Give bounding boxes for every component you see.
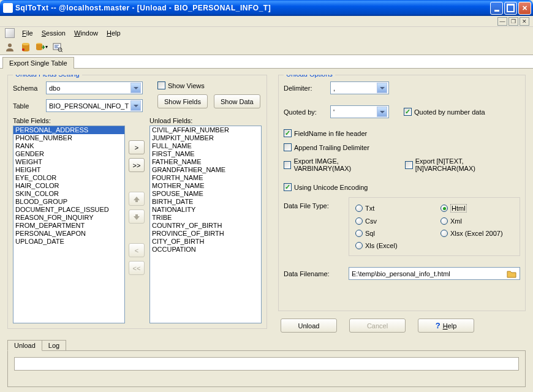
- export-image-checkbox[interactable]: Export IMAGE, VARBINARY(MAX): [284, 157, 393, 172]
- filetype-label: Data File Type:: [284, 197, 345, 209]
- window-title: SqlToTxt -- @localhost.master - [Unload …: [15, 4, 490, 12]
- filetype-csv-radio[interactable]: Csv: [355, 217, 428, 225]
- table-field-item[interactable]: BLOOD_GROUP: [13, 198, 124, 206]
- menu-help[interactable]: Help: [103, 28, 124, 38]
- filetype-sql-radio[interactable]: Sql: [355, 230, 428, 237]
- mdi-restore-button[interactable]: ❐: [508, 17, 518, 26]
- help-button[interactable]: ?Help: [418, 318, 474, 333]
- unload-field-item[interactable]: BIRTH_DATE: [150, 198, 261, 206]
- fieldname-header-checkbox[interactable]: FieldName in file header: [284, 129, 520, 137]
- export-ntext-checkbox[interactable]: Export [N]TEXT, [N]VARCHAR(MAX): [405, 157, 520, 172]
- menu-window[interactable]: Window: [70, 28, 102, 38]
- table-combo[interactable]: BIO_PERSONAL_INFO_T: [46, 99, 143, 112]
- move-down-button[interactable]: [129, 209, 145, 224]
- filetype-html-radio[interactable]: Html: [440, 204, 513, 213]
- show-fields-button[interactable]: Show Fields: [157, 94, 208, 108]
- filetype-xml-radio[interactable]: Xml: [440, 217, 513, 225]
- bottom-panel: [7, 350, 526, 387]
- table-field-item[interactable]: HAIR_COLOR: [13, 182, 124, 190]
- table-field-item[interactable]: PERSONAL_WEAPON: [13, 230, 124, 238]
- query-icon[interactable]: [51, 41, 64, 53]
- unload-field-item[interactable]: OCCUPATION: [150, 246, 261, 254]
- unload-field-item[interactable]: FATHER_NAME: [150, 158, 261, 166]
- filetype-xls-radio[interactable]: Xls (Excel): [355, 242, 428, 249]
- unload-fields-listbox[interactable]: CIVIL_AFFAIR_NUMBERJUMPKIT_NUMBERFULL_NA…: [149, 126, 262, 323]
- table-field-item[interactable]: SKIN_COLOR: [13, 190, 124, 198]
- table-field-item[interactable]: RANK: [13, 142, 124, 150]
- menu-session[interactable]: Session: [38, 28, 69, 38]
- table-fields-label: Table Fields:: [13, 117, 125, 124]
- filename-label: Data Filename:: [284, 270, 345, 277]
- table-field-item[interactable]: UPLOAD_DATE: [13, 238, 124, 246]
- unload-field-item[interactable]: FIRST_NAME: [150, 150, 261, 158]
- move-up-button[interactable]: [129, 192, 145, 206]
- tab-log[interactable]: Log: [42, 340, 66, 351]
- filetype-xlsx-radio[interactable]: Xlsx (Excel 2007): [440, 230, 513, 237]
- maximize-button[interactable]: [504, 2, 517, 15]
- export-icon[interactable]: ▾: [36, 41, 48, 53]
- tab-export-single[interactable]: Export Single Table: [2, 57, 74, 69]
- svg-point-3: [22, 48, 25, 51]
- unload-field-item[interactable]: JUMPKIT_NUMBER: [150, 134, 261, 142]
- app-icon: [3, 3, 13, 13]
- unicode-checkbox[interactable]: Using Unicode Encoding: [284, 183, 520, 191]
- tab-unload[interactable]: Unload: [7, 340, 42, 351]
- show-data-button[interactable]: Show Data: [214, 94, 260, 108]
- filetype-txt-radio[interactable]: Txt: [355, 204, 428, 213]
- show-views-checkbox[interactable]: Show Views: [157, 81, 205, 89]
- append-trailing-checkbox[interactable]: Append Trailing Delimiter: [284, 143, 520, 151]
- unload-field-item[interactable]: CITY_OF_BIRTH: [150, 238, 261, 246]
- delimiter-label: Delimiter:: [284, 85, 327, 92]
- menu-file[interactable]: File: [18, 28, 37, 38]
- move-right-button[interactable]: >: [129, 140, 145, 154]
- filename-input[interactable]: E:\temp\bio_personal_info_t.html: [349, 267, 520, 280]
- close-button[interactable]: [518, 2, 531, 15]
- unload-field-item[interactable]: MOTHER_NAME: [150, 182, 261, 190]
- table-field-item[interactable]: EYE_COLOR: [13, 174, 124, 182]
- unload-field-item[interactable]: NATIONALITY: [150, 206, 261, 214]
- move-left-all-button[interactable]: <<: [129, 261, 145, 275]
- browse-button[interactable]: [506, 269, 517, 279]
- unload-field-item[interactable]: COUNTRY_OF_BIRTH: [150, 222, 261, 230]
- fields-setting-title: Unload Fields Setting: [13, 75, 82, 78]
- unload-field-item[interactable]: CIVIL_AFFAIR_NUMBER: [150, 126, 261, 134]
- menubar: File Session Window Help: [0, 27, 533, 39]
- database-icon[interactable]: [20, 41, 32, 53]
- help-icon: ?: [436, 321, 440, 330]
- minimize-button[interactable]: [490, 2, 503, 15]
- mdi-close-button[interactable]: ✕: [520, 17, 529, 26]
- cancel-button[interactable]: Cancel: [349, 318, 406, 333]
- unload-field-item[interactable]: PROVINCE_OF_BIRTH: [150, 230, 261, 238]
- move-right-all-button[interactable]: >>: [129, 158, 145, 172]
- chevron-down-icon: [130, 83, 141, 93]
- svg-point-0: [8, 43, 12, 47]
- table-field-item[interactable]: REASON_FOR_INQUIRY: [13, 214, 124, 222]
- delimiter-combo[interactable]: ,: [330, 81, 389, 94]
- table-field-item[interactable]: WEIGHT: [13, 158, 124, 166]
- unload-field-item[interactable]: FULL_NAME: [150, 142, 261, 150]
- table-field-item[interactable]: PERSONAL_ADDRESS: [13, 126, 124, 134]
- quoted-by-label: Quoted by:: [284, 108, 327, 116]
- quoted-number-checkbox[interactable]: Quoted by number data: [404, 108, 485, 116]
- svg-point-2: [22, 43, 29, 45]
- unload-button[interactable]: Unload: [281, 318, 337, 333]
- move-left-button[interactable]: <: [129, 243, 145, 257]
- table-field-item[interactable]: DOCUMENT_PLACE_ISSUED: [13, 206, 124, 214]
- table-field-item[interactable]: GENDER: [13, 150, 124, 158]
- unload-fields-label: Unload Fields:: [149, 117, 262, 124]
- unload-field-item[interactable]: GRANDFATHER_NAME: [150, 166, 261, 174]
- table-field-item[interactable]: PHONE_NUMBER: [13, 134, 124, 142]
- quoted-by-combo[interactable]: ': [330, 105, 389, 118]
- mdi-minimize-button[interactable]: —: [497, 17, 507, 26]
- unload-field-item[interactable]: SPOUSE_NAME: [150, 190, 261, 198]
- schema-combo[interactable]: dbo: [46, 81, 143, 94]
- table-field-item[interactable]: FROM_DEPARTMENT: [13, 222, 124, 230]
- login-icon[interactable]: [4, 41, 16, 53]
- unload-field-item[interactable]: TRIBE: [150, 214, 261, 222]
- table-field-item[interactable]: HEIGHT: [13, 166, 124, 174]
- table-fields-listbox[interactable]: PERSONAL_ADDRESSPHONE_NUMBERRANKGENDERWE…: [13, 126, 125, 323]
- unload-field-item[interactable]: FOURTH_NAME: [150, 174, 261, 182]
- main-tab-strip: Export Single Table: [0, 55, 533, 69]
- app-menu-icon: [5, 28, 15, 38]
- table-label: Table: [13, 102, 42, 110]
